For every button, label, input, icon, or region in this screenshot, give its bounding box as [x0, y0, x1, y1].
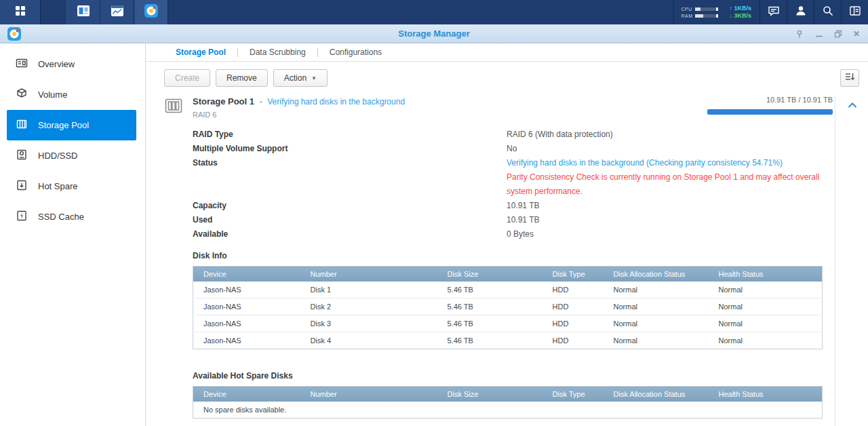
- ssd-cache-icon: [16, 210, 28, 224]
- remove-button[interactable]: Remove: [216, 69, 268, 87]
- window-title: Storage Manager: [0, 24, 868, 43]
- network-speed-widget: ↑ 1KB/s ↓ 3KB/s: [725, 0, 760, 24]
- col-header-allocation: Disk Allocation Status: [614, 387, 719, 402]
- detail-label: Used: [193, 213, 507, 227]
- widgets-panel-icon: [848, 4, 862, 20]
- detail-label: [193, 170, 507, 199]
- open-app-tiles: [66, 0, 168, 24]
- widgets-button[interactable]: [841, 0, 868, 24]
- pool-name: Storage Pool 1: [193, 96, 254, 106]
- cpu-meter: [695, 7, 718, 11]
- detail-row-warning: Parity Consistency Check is currently ru…: [193, 170, 868, 199]
- pin-button[interactable]: [795, 29, 804, 39]
- download-arrow-icon: ↓: [729, 12, 732, 19]
- taskbar-app-button-1[interactable]: [66, 0, 100, 24]
- collapse-list-icon: [844, 71, 855, 85]
- cpu-label: CPU: [681, 7, 692, 12]
- sidebar-item-label: Storage Pool: [38, 120, 89, 130]
- taskbar: CPU RAM ↑ 1KB/s ↓ 3KB/s: [0, 0, 868, 24]
- chat-bubble-icon: [767, 4, 781, 20]
- search-button[interactable]: [814, 0, 841, 24]
- notifications-button[interactable]: [760, 0, 787, 24]
- tab-bar: Storage Pool Data Scrubbing Configuratio…: [146, 43, 868, 62]
- collapse-pool-button[interactable]: [848, 99, 857, 111]
- usage-bar: [707, 109, 833, 115]
- sidebar-item-storage-pool[interactable]: Storage Pool: [7, 110, 136, 140]
- col-header-health: Health Status: [719, 267, 823, 282]
- sidebar-item-overview[interactable]: Overview: [7, 49, 136, 79]
- collapse-all-button[interactable]: [840, 69, 859, 87]
- sidebar-item-hdd-ssd[interactable]: HDD/SSD: [7, 140, 136, 171]
- main-content: Storage Pool Data Scrubbing Configuratio…: [146, 43, 868, 426]
- detail-label: Status: [193, 156, 507, 170]
- hdd-icon: [16, 149, 28, 163]
- col-header-disk-size: Disk Size: [448, 267, 553, 282]
- search-icon: [821, 4, 835, 20]
- tab-data-scrubbing[interactable]: Data Scrubbing: [238, 43, 317, 62]
- detail-row: Status Verifying hard disks in the backg…: [193, 156, 868, 170]
- hot-spare-table: Device Number Disk Size Disk Type Disk A…: [193, 386, 823, 419]
- taskbar-app-button-storage-manager[interactable]: [134, 0, 168, 24]
- detail-value-status: Verifying hard disks in the background (…: [507, 156, 836, 170]
- sidebar-item-volume[interactable]: Volume: [7, 79, 136, 110]
- usage-text: 10.91 TB / 10.91 TB: [684, 96, 833, 104]
- tab-configurations[interactable]: Configurations: [318, 43, 393, 62]
- hot-spare-icon: [16, 179, 28, 193]
- upload-arrow-icon: ↑: [729, 5, 732, 12]
- chart-app-icon: [111, 4, 124, 20]
- disk-row[interactable]: Jason-NAS Disk 4 5.46 TB HDD Normal Norm…: [193, 332, 823, 349]
- taskbar-app-button-2[interactable]: [100, 0, 134, 24]
- sidebar-item-label: Volume: [38, 90, 67, 100]
- sidebar-item-label: SSD Cache: [38, 212, 84, 222]
- download-speed: 3KB/s: [734, 12, 751, 19]
- action-dropdown-button[interactable]: Action ▼: [273, 69, 328, 87]
- ram-meter: [695, 14, 718, 18]
- storage-pool-icon: [16, 118, 28, 132]
- table-header-row: Device Number Disk Size Disk Type Disk A…: [193, 267, 823, 282]
- sidebar-item-hot-spare[interactable]: Hot Spare: [7, 171, 136, 201]
- pool-usage: 10.91 TB / 10.91 TB: [684, 96, 833, 115]
- chevron-down-icon: ▼: [311, 75, 317, 81]
- detail-row: RAID Type RAID 6 (With data protection): [193, 128, 868, 142]
- detail-value: 0 Bytes: [507, 227, 836, 241]
- maximize-button[interactable]: [834, 30, 842, 38]
- disk-row[interactable]: Jason-NAS Disk 1 5.46 TB HDD Normal Norm…: [193, 282, 823, 298]
- disk-info-table: Device Number Disk Size Disk Type Disk A…: [193, 266, 823, 349]
- col-header-device: Device: [193, 387, 311, 402]
- detail-row: Available 0 Bytes: [193, 227, 868, 241]
- upload-speed: 1KB/s: [734, 5, 751, 12]
- empty-row: No spare disks available.: [193, 402, 823, 419]
- detail-value: 10.91 TB: [507, 199, 836, 213]
- file-panel-app-icon: [77, 4, 90, 20]
- ram-label: RAM: [681, 14, 692, 18]
- detail-label: Multiple Volume Support: [193, 142, 507, 156]
- system-monitor-widget[interactable]: CPU RAM: [673, 0, 725, 24]
- main-menu-button[interactable]: [0, 0, 41, 24]
- volume-cube-icon: [16, 88, 28, 102]
- disk-row[interactable]: Jason-NAS Disk 2 5.46 TB HDD Normal Norm…: [193, 298, 823, 315]
- user-options-button[interactable]: [787, 0, 814, 24]
- sidebar-item-ssd-cache[interactable]: SSD Cache: [7, 201, 136, 232]
- detail-label: RAID Type: [193, 128, 507, 142]
- tab-storage-pool[interactable]: Storage Pool: [164, 43, 237, 62]
- col-header-device: Device: [193, 267, 311, 282]
- disk-row[interactable]: Jason-NAS Disk 3 5.46 TB HDD Normal Norm…: [193, 315, 823, 332]
- minimize-button[interactable]: [815, 30, 823, 38]
- detail-value: 10.91 TB: [507, 213, 836, 227]
- create-button[interactable]: Create: [164, 69, 210, 87]
- window-controls: ✕: [795, 24, 860, 43]
- close-button[interactable]: ✕: [853, 29, 860, 39]
- sidebar: Overview Volume Storage Pool HDD/SSD Hot…: [0, 43, 146, 426]
- taskbar-tray: CPU RAM ↑ 1KB/s ↓ 3KB/s: [673, 0, 868, 24]
- detail-label: Available: [193, 227, 507, 241]
- col-header-number: Number: [311, 267, 448, 282]
- pool-status-text: Verifying hard disks in the background: [267, 97, 405, 106]
- storage-manager-app-icon: [144, 3, 159, 21]
- pool-raid-type: RAID 6: [193, 111, 405, 119]
- table-header-row: Device Number Disk Size Disk Type Disk A…: [193, 387, 823, 402]
- action-label: Action: [284, 73, 307, 83]
- user-icon: [794, 4, 808, 20]
- detail-value: RAID 6 (With data protection): [507, 128, 836, 142]
- sidebar-item-label: HDD/SSD: [38, 151, 78, 161]
- overview-icon: [16, 57, 28, 71]
